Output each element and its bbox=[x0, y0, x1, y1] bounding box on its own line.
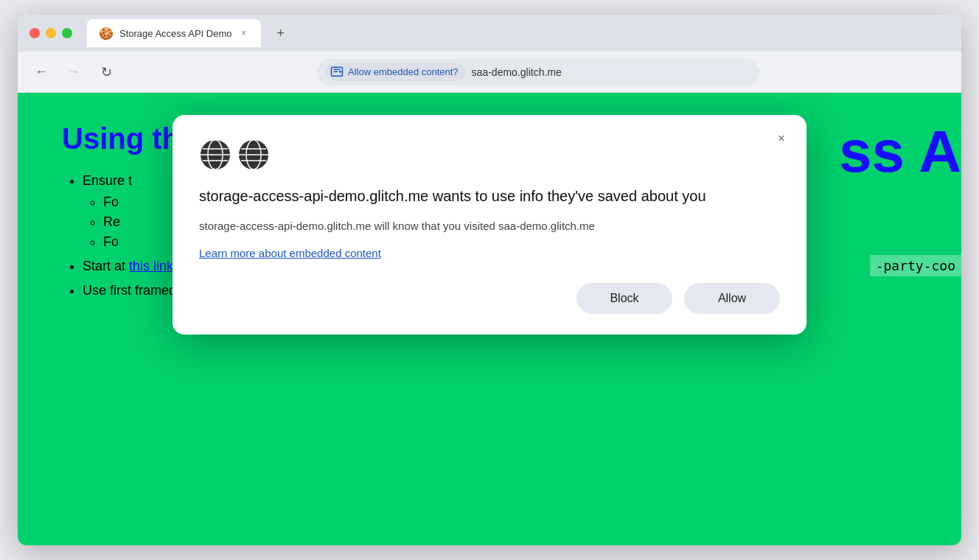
dialog-actions: Block Allow bbox=[199, 283, 780, 314]
svg-point-1 bbox=[339, 70, 341, 72]
dialog-icons bbox=[199, 139, 780, 171]
address-text: saa-demo.glitch.me bbox=[472, 66, 750, 78]
dialog-overlay: × bbox=[18, 93, 961, 545]
active-tab[interactable]: 🍪 Storage Access API Demo × bbox=[87, 19, 261, 47]
maximize-traffic-light[interactable] bbox=[62, 28, 72, 38]
dialog-body: storage-access-api-demo.glitch.me will k… bbox=[199, 218, 780, 235]
learn-more-link[interactable]: Learn more about embedded content bbox=[199, 247, 381, 259]
dialog-title: storage-access-api-demo.glitch.me wants … bbox=[199, 186, 780, 206]
tab-title: Storage Access API Demo bbox=[119, 28, 231, 39]
minimize-traffic-light[interactable] bbox=[46, 28, 56, 38]
back-button[interactable]: ← bbox=[29, 60, 53, 84]
block-button[interactable]: Block bbox=[576, 283, 672, 314]
close-traffic-light[interactable] bbox=[29, 28, 40, 38]
dialog-close-button[interactable]: × bbox=[771, 128, 792, 149]
traffic-lights bbox=[29, 28, 72, 38]
allow-button[interactable]: Allow bbox=[684, 283, 780, 314]
reload-button[interactable]: ↻ bbox=[94, 60, 118, 84]
globe-icon-2 bbox=[237, 139, 270, 171]
embedded-content-icon bbox=[330, 66, 344, 79]
permission-dialog: × bbox=[173, 115, 806, 335]
title-bar: 🍪 Storage Access API Demo × + bbox=[18, 15, 961, 52]
tab-favicon-icon: 🍪 bbox=[99, 27, 114, 41]
page-content: ss A -party-coo Using thi Ensure t Fo Re… bbox=[18, 93, 961, 545]
tab-close-button[interactable]: × bbox=[237, 27, 249, 39]
new-tab-button[interactable]: + bbox=[270, 23, 290, 43]
permission-chip-label: Allow embedded content? bbox=[348, 66, 459, 77]
nav-bar: ← → ↻ Allow embedded content? saa-demo.g… bbox=[18, 52, 961, 93]
globe-icon-1 bbox=[199, 139, 231, 171]
forward-button[interactable]: → bbox=[62, 60, 86, 84]
permission-chip[interactable]: Allow embedded content? bbox=[326, 63, 466, 81]
browser-window: 🍪 Storage Access API Demo × + ← → ↻ Allo… bbox=[18, 15, 961, 545]
address-bar[interactable]: Allow embedded content? saa-demo.glitch.… bbox=[317, 59, 759, 85]
